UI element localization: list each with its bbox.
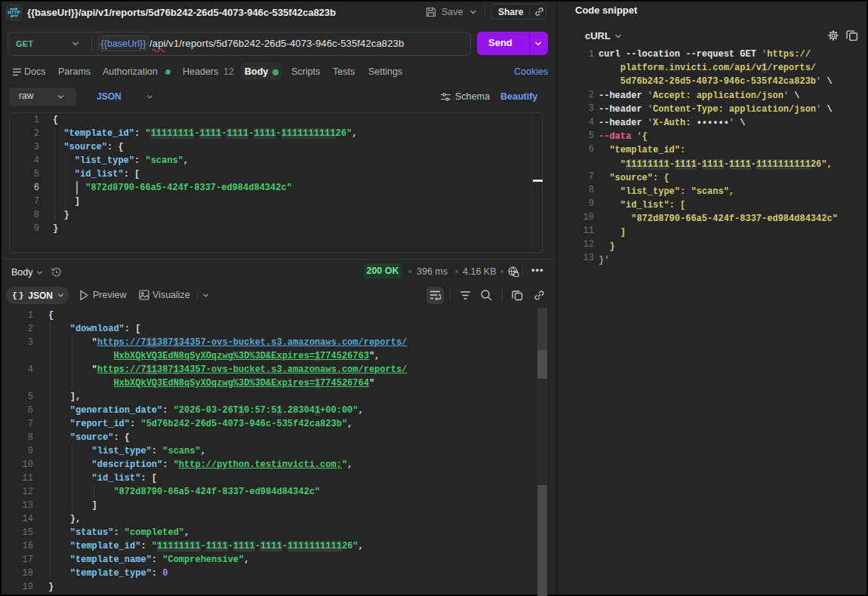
svg-text:HTTP: HTTP: [8, 10, 20, 15]
